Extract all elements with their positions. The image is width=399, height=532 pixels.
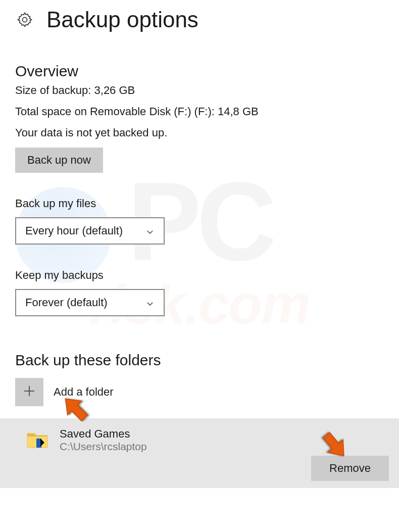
backup-now-button[interactable]: Back up now bbox=[15, 148, 103, 173]
add-folder-button[interactable] bbox=[15, 378, 43, 406]
gear-icon bbox=[15, 10, 34, 29]
chevron-down-icon bbox=[145, 298, 155, 307]
folder-icon bbox=[25, 427, 49, 452]
frequency-dropdown[interactable]: Every hour (default) bbox=[15, 217, 165, 245]
folders-heading: Back up these folders bbox=[15, 352, 399, 369]
overview-heading: Overview bbox=[15, 63, 399, 80]
page-title: Backup options bbox=[46, 7, 198, 32]
frequency-label: Back up my files bbox=[15, 197, 399, 210]
retention-label: Keep my backups bbox=[15, 269, 399, 282]
remove-button[interactable]: Remove bbox=[311, 456, 389, 481]
frequency-selected: Every hour (default) bbox=[25, 224, 123, 237]
retention-dropdown[interactable]: Forever (default) bbox=[15, 289, 165, 316]
retention-selected: Forever (default) bbox=[25, 296, 108, 309]
page-header: Backup options bbox=[0, 7, 399, 32]
total-space-text: Total space on Removable Disk (F:) (F:):… bbox=[15, 105, 399, 118]
folder-list-item[interactable]: Saved Games C:\Users\rcslaptop Remove bbox=[0, 418, 399, 488]
backup-status-text: Your data is not yet backed up. bbox=[15, 126, 399, 139]
folder-path: C:\Users\rcslaptop bbox=[60, 441, 147, 453]
svg-point-0 bbox=[22, 17, 27, 22]
plus-icon bbox=[22, 383, 37, 401]
chevron-down-icon bbox=[145, 226, 155, 235]
add-folder-label: Add a folder bbox=[54, 385, 114, 399]
folder-name: Saved Games bbox=[60, 427, 147, 441]
backup-size-text: Size of backup: 3,26 GB bbox=[15, 84, 399, 97]
add-folder-row[interactable]: Add a folder bbox=[15, 378, 399, 406]
